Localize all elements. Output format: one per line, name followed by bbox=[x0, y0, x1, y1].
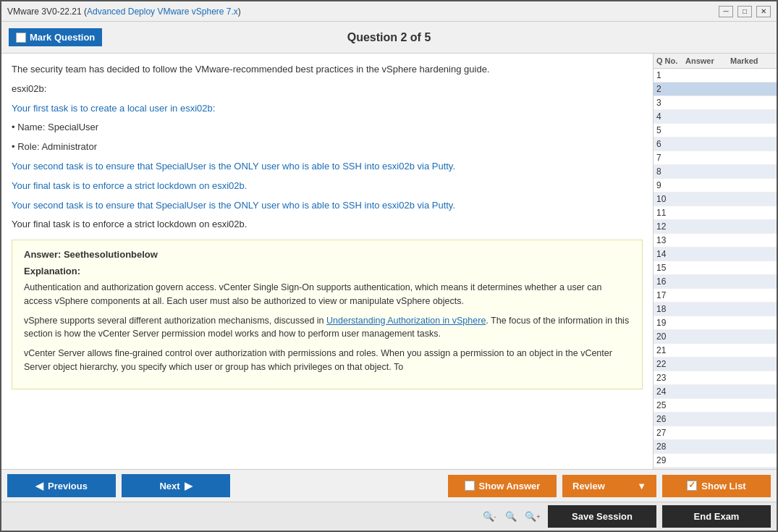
sidebar-row-marked bbox=[730, 455, 774, 465]
sidebar-row[interactable]: 14 bbox=[654, 248, 777, 261]
zoom-out-button[interactable]: 🔍- bbox=[480, 507, 499, 526]
sidebar-row[interactable]: 29 bbox=[654, 454, 777, 468]
sidebar-row-answer bbox=[685, 332, 730, 342]
sidebar-row-answer bbox=[685, 180, 730, 190]
sidebar-row-num: 22 bbox=[656, 359, 685, 369]
sidebar-row-marked bbox=[730, 111, 774, 122]
show-answer-button[interactable]: Show Answer bbox=[448, 475, 557, 497]
sidebar-row[interactable]: 3 bbox=[654, 96, 777, 110]
question-line-3: Your first task is to create a local use… bbox=[12, 101, 643, 117]
sidebar-row-marked bbox=[730, 373, 774, 383]
toolbar: Mark Question Question 2 of 5 bbox=[1, 22, 777, 54]
question-title: Question 2 of 5 bbox=[347, 31, 431, 44]
title-bar-text: VMware 3V0-22.21 (Advanced Deploy VMware… bbox=[7, 7, 241, 17]
sidebar-row-answer bbox=[685, 455, 730, 465]
sidebar-row[interactable]: 4 bbox=[654, 110, 777, 124]
sidebar-row[interactable]: 21 bbox=[654, 344, 777, 358]
save-session-button[interactable]: Save Session bbox=[548, 505, 656, 528]
sidebar-row-num: 15 bbox=[656, 263, 685, 273]
sidebar-row[interactable]: 8 bbox=[654, 165, 777, 179]
prev-arrow-icon: ◀ bbox=[35, 480, 43, 491]
sidebar-row-num: 14 bbox=[656, 249, 685, 259]
show-list-button[interactable]: Show List bbox=[662, 475, 771, 497]
sidebar-row[interactable]: 9 bbox=[654, 179, 777, 193]
sidebar-row[interactable]: 22 bbox=[654, 358, 777, 371]
sidebar-row[interactable]: 10 bbox=[654, 193, 777, 206]
maximize-button[interactable]: □ bbox=[737, 6, 752, 17]
question-line-6: Your second task is to ensure that Speci… bbox=[12, 159, 643, 174]
sidebar-row[interactable]: 27 bbox=[654, 426, 777, 440]
show-list-checkbox-icon bbox=[687, 481, 697, 491]
sidebar-row[interactable]: 11 bbox=[654, 206, 777, 220]
mark-question-button[interactable]: Mark Question bbox=[9, 28, 102, 46]
sidebar-row[interactable]: 19 bbox=[654, 316, 777, 330]
sidebar-row[interactable]: 23 bbox=[654, 371, 777, 385]
sidebar-row[interactable]: 1 bbox=[654, 69, 777, 83]
previous-button[interactable]: ◀ Previous bbox=[7, 474, 116, 497]
sidebar-row-num: 7 bbox=[656, 153, 685, 163]
end-exam-button[interactable]: End Exam bbox=[662, 505, 771, 528]
question-line-9: Your final task is to enforce a strict l… bbox=[12, 217, 643, 232]
sidebar-row-answer bbox=[685, 304, 730, 314]
sidebar-col-answer: Answer bbox=[685, 56, 730, 65]
next-button[interactable]: Next ▶ bbox=[122, 474, 230, 497]
zoom-in-button[interactable]: 🔍+ bbox=[523, 507, 542, 526]
sidebar-row-marked bbox=[730, 263, 774, 273]
sidebar-row-marked bbox=[730, 400, 774, 410]
sidebar-row-answer bbox=[685, 70, 730, 80]
sidebar-row[interactable]: 24 bbox=[654, 385, 777, 399]
sidebar-row-marked bbox=[730, 125, 774, 135]
bottom-bar-row1: ◀ Previous Next ▶ Show Answer Review ▼ S… bbox=[1, 470, 777, 502]
sidebar-row[interactable]: 28 bbox=[654, 440, 777, 454]
sidebar-row[interactable]: 13 bbox=[654, 234, 777, 248]
sidebar-row-marked bbox=[730, 84, 774, 94]
sidebar-row-marked bbox=[730, 442, 774, 452]
sidebar-row-answer bbox=[685, 373, 730, 383]
sidebar-row-marked bbox=[730, 208, 774, 218]
sidebar-row[interactable]: 12 bbox=[654, 220, 777, 234]
sidebar-row[interactable]: 17 bbox=[654, 289, 777, 303]
answer-label: Answer: Seethesolutionbelow bbox=[24, 249, 630, 260]
sidebar-row[interactable]: 25 bbox=[654, 399, 777, 413]
sidebar-row-answer bbox=[685, 249, 730, 259]
sidebar-row-marked bbox=[730, 359, 774, 369]
mark-checkbox-icon bbox=[16, 33, 26, 43]
sidebar-row[interactable]: 5 bbox=[654, 124, 777, 138]
answer-box: Answer: Seethesolutionbelow Explanation:… bbox=[12, 240, 643, 389]
question-line-4: • Name: SpecialUser bbox=[12, 120, 643, 135]
question-area: The security team has decided to follow … bbox=[1, 54, 654, 469]
sidebar-row-answer bbox=[685, 359, 730, 369]
sidebar-row-num: 24 bbox=[656, 387, 685, 397]
sidebar-row[interactable]: 18 bbox=[654, 303, 777, 316]
question-line-8: Your second task is to ensure that Speci… bbox=[12, 198, 643, 214]
sidebar-row-marked bbox=[730, 180, 774, 190]
sidebar-row[interactable]: 15 bbox=[654, 261, 777, 275]
sidebar-row[interactable]: 16 bbox=[654, 275, 777, 289]
sidebar-row-num: 27 bbox=[656, 428, 685, 438]
sidebar-row-num: 6 bbox=[656, 139, 685, 149]
sidebar-row-answer bbox=[685, 387, 730, 397]
title-link[interactable]: Advanced Deploy VMware vSphere 7.x bbox=[87, 7, 238, 17]
show-list-label: Show List bbox=[701, 481, 745, 491]
sidebar-row-num: 21 bbox=[656, 345, 685, 355]
close-button[interactable]: ✕ bbox=[756, 6, 771, 17]
sidebar-row-num: 9 bbox=[656, 180, 685, 190]
sidebar-row-answer bbox=[685, 290, 730, 300]
review-button[interactable]: Review ▼ bbox=[562, 475, 656, 497]
sidebar-row[interactable]: 26 bbox=[654, 413, 777, 426]
zoom-reset-button[interactable]: 🔍 bbox=[502, 507, 520, 526]
explanation-para-3: vCenter Server allows fine-grained contr… bbox=[24, 347, 630, 374]
sidebar-row-answer bbox=[685, 345, 730, 355]
sidebar-col-marked: Marked bbox=[730, 56, 774, 65]
sidebar-row-num: 17 bbox=[656, 290, 685, 300]
sidebar-row[interactable]: 6 bbox=[654, 138, 777, 151]
sidebar-row-marked bbox=[730, 414, 774, 424]
sidebar-row[interactable]: 20 bbox=[654, 330, 777, 344]
explanation-label: Explanation: bbox=[24, 266, 630, 276]
sidebar-row[interactable]: 7 bbox=[654, 151, 777, 165]
authorization-link[interactable]: Understanding Authorization in vSphere bbox=[326, 316, 486, 326]
sidebar-row[interactable]: 2 bbox=[654, 83, 777, 96]
sidebar-row-marked bbox=[730, 290, 774, 300]
sidebar-row-marked bbox=[730, 194, 774, 204]
minimize-button[interactable]: ─ bbox=[719, 6, 733, 17]
